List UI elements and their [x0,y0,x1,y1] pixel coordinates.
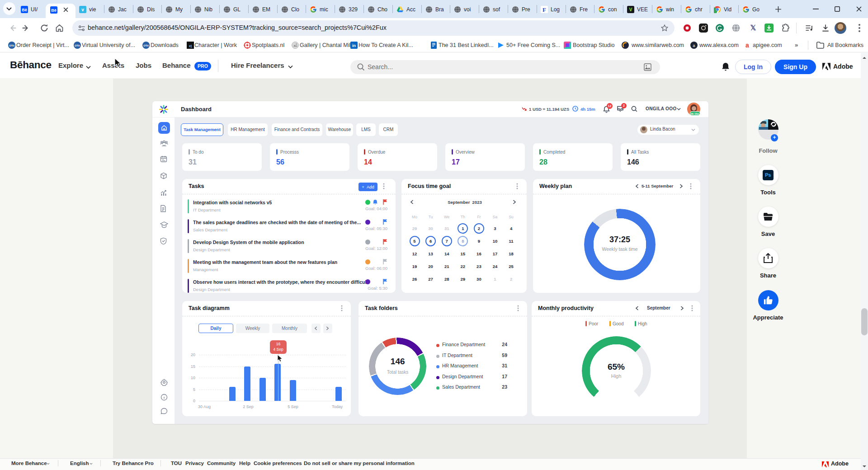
svg-text:c|: c| [189,44,192,48]
svg-text:v: v [81,7,84,12]
svg-text:V: V [629,7,632,12]
svg-text:Bē: Bē [51,8,57,13]
svg-text:a: a [693,43,695,48]
svg-text:a: a [745,42,749,49]
svg-text:OTH: OTH [75,44,80,47]
svg-text:in: in [352,43,356,48]
svg-text:Bē: Bē [22,8,27,12]
svg-text:OTH: OTH [9,44,14,47]
svg-text:F: F [542,6,546,13]
svg-text:OTH: OTH [143,44,149,47]
